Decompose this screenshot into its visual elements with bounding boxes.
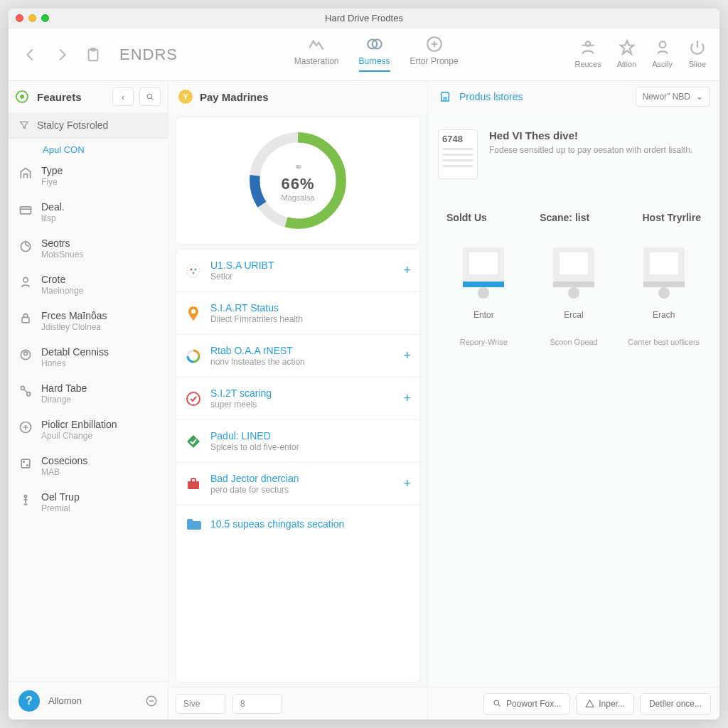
device-icon [553, 247, 594, 284]
diagnostic-card[interactable]: Padul: LINEDSplcels to old five-entor [176, 420, 419, 463]
sidebar-item-sub: Jdistley Clolnea [41, 322, 107, 332]
diagnostic-card[interactable]: S.I.A.RT StatusDiiect Fímratrilers healt… [176, 292, 419, 335]
sidebar-title: Feaurets [37, 91, 107, 103]
right-column: Produs lstores Newor" NBD ⌄ 6748 Hed VI … [428, 81, 719, 719]
footer-btn-3[interactable]: Detller once... [640, 693, 711, 714]
sidebar-search-button[interactable] [139, 87, 161, 106]
diagnostic-card[interactable]: U1.S.A URIBTSetlor+ [176, 250, 419, 292]
sidebar-item[interactable]: CroteMaeinonge [9, 267, 168, 303]
tab-masteration[interactable]: Masteration [294, 35, 339, 75]
card-icon [185, 476, 202, 493]
tab-reuces[interactable]: Reuces [574, 38, 601, 71]
sidebar-section-link[interactable]: Apul CON [9, 139, 168, 158]
col-header-1: Soldt Us [446, 212, 487, 223]
card-title: Padul: LINED [210, 430, 411, 441]
card-title: S.I.A.RT Status [210, 302, 411, 314]
sidebar-item-title: Frces Maīnôas [41, 310, 107, 321]
sidebar-item[interactable]: Piolicr EnbillationApuil Change [9, 412, 168, 448]
sidebar-item-title: Cosecions [41, 455, 87, 466]
footer-field-label[interactable]: Sive [176, 694, 225, 714]
card-sub: nonv lnsteates the action [210, 357, 395, 367]
expand-icon[interactable]: + [403, 263, 411, 278]
sidebar-item[interactable]: Deal.lilsp [9, 194, 168, 230]
tab-ertor-pronpe[interactable]: Ertor Pronpe [410, 35, 459, 75]
sidebar-back-button[interactable]: ‹ [112, 87, 134, 106]
btn-label: Detller once... [649, 699, 702, 709]
diagnostic-card[interactable]: S.I.2T scaringsuper meels+ [176, 378, 419, 420]
card-icon [185, 262, 202, 279]
sidebar-item-sub: Premial [41, 503, 80, 513]
sidebar-item[interactable]: Frces MaīnôasJdistley Clolnea [9, 303, 168, 339]
device-option[interactable]: ErcalScoon Opead [535, 247, 613, 347]
diagnostic-card[interactable]: Bad Jector dnercianpero date for secturs… [176, 463, 419, 505]
tab-burness[interactable]: Burness [359, 35, 390, 75]
svg-point-20 [24, 495, 26, 497]
store-icon [438, 90, 452, 103]
sidebar-item[interactable]: SeotrsMolsSnues [9, 230, 168, 267]
card-icon [185, 348, 202, 365]
help-button[interactable]: ? [18, 690, 40, 712]
features-icon [16, 90, 28, 103]
sidebar-item-title: Oel Trup [41, 491, 80, 503]
section-label: Stalcy Fotsroled [37, 119, 108, 131]
back-button[interactable] [21, 46, 40, 64]
card-title: U1.S.A URIBT [210, 259, 395, 271]
clipboard-icon[interactable] [84, 46, 102, 64]
card-title: 10.5 supeas chingats secation [210, 518, 411, 530]
sidebar-item-sub: lilsp [41, 213, 65, 223]
diagnostic-card[interactable]: Rtab O.A.A rNESTnonv lnsteates the actio… [176, 335, 419, 378]
svg-point-26 [191, 268, 193, 270]
sidebar-item[interactable]: Detabl CennissHones [9, 339, 168, 375]
tab-altion[interactable]: Altion [617, 38, 637, 71]
svg-point-25 [187, 264, 200, 277]
expand-icon[interactable]: + [403, 391, 411, 406]
sidebar-item-title: Piolicr Enbillation [41, 419, 117, 430]
card-sub: Setlor [210, 272, 395, 282]
sidebar-item[interactable]: CosecionsMAB [9, 448, 168, 484]
chevron-down-icon: ⌄ [696, 92, 703, 102]
svg-point-31 [187, 392, 200, 405]
sidebar-item-icon [18, 275, 33, 289]
middle-column: Y Pay Madrines ⚭ 66% Magsalsa [168, 81, 428, 719]
card-sub: pero date for secturs [210, 485, 395, 495]
sidebar-item-icon [18, 348, 33, 362]
dropdown-value: Newor" NBD [642, 92, 690, 102]
footer-btn-1[interactable]: Poowort Fox... [483, 693, 570, 714]
footer-field-value[interactable]: 8 [232, 694, 282, 714]
card-sub: super meels [210, 400, 395, 410]
tab-siioe[interactable]: Siioe [688, 38, 707, 71]
expand-icon[interactable]: + [403, 476, 411, 491]
sidebar-item-title: Deal. [41, 201, 65, 213]
svg-rect-8 [21, 207, 31, 214]
device-option[interactable]: ErachCanter best uoflicers [625, 247, 703, 347]
tab-label: Masteration [294, 56, 339, 66]
card-icon [185, 515, 202, 532]
tab-ascily[interactable]: Ascily [652, 38, 673, 71]
donut-chart: ⚭ 66% Magsalsa [245, 127, 351, 234]
promo-card: 6748 Hed VI Thes dive! Fodese sensitled … [438, 129, 710, 179]
col-header-3: Host Tryrlire [643, 212, 701, 223]
footer-btn-2[interactable]: Inper... [576, 693, 634, 714]
donut-percent: 66% [281, 175, 314, 193]
sidebar-item[interactable]: Oel TrupPremial [9, 484, 168, 520]
device-option[interactable]: EntorRepory-Wrise [444, 247, 523, 347]
sidebar-section-header[interactable]: Stalcy Fotsroled [9, 112, 168, 139]
eject-icon[interactable] [145, 695, 158, 707]
sort-dropdown[interactable]: Newor" NBD ⌄ [636, 87, 710, 107]
sidebar-item-sub: Fiye [41, 177, 63, 187]
sidebar-item-icon [18, 420, 33, 434]
donut-mini-icon: ⚭ [294, 160, 303, 173]
toolbar: ENDRS Masteration Burness Ertor Pronpe R… [9, 28, 719, 81]
sidebar-item[interactable]: TypeFiye [9, 158, 168, 194]
svg-point-10 [23, 277, 28, 282]
expand-icon[interactable]: + [403, 348, 411, 363]
device-icon [643, 247, 685, 284]
sidebar-item-sub: MAB [41, 467, 87, 477]
diagnostic-card[interactable]: 10.5 supeas chingats secation [176, 505, 419, 542]
titlebar: Hard Drive Frodtes [9, 9, 719, 28]
tab-label: Ertor Pronpe [410, 56, 459, 66]
sidebar-item[interactable]: Hard TabeDirange [9, 375, 168, 412]
card-title: Rtab O.A.A rNEST [210, 345, 395, 356]
card-icon [185, 433, 202, 450]
forward-button[interactable] [53, 46, 71, 64]
